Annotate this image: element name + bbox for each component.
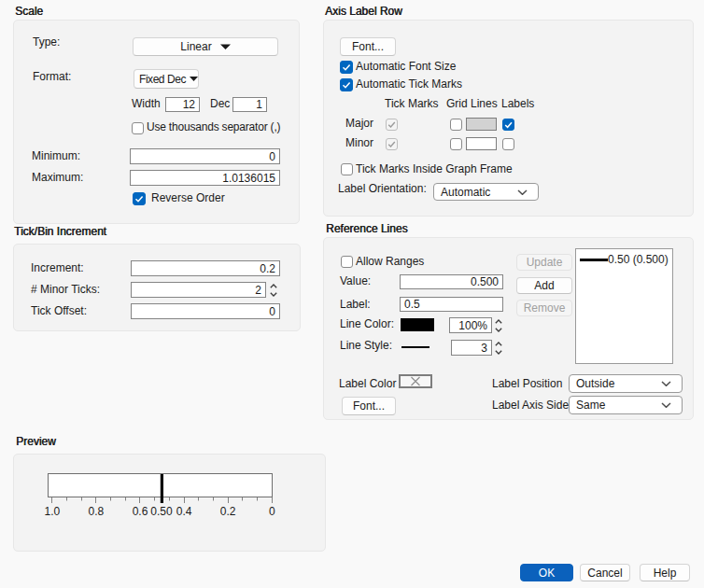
svg-text:0.8: 0.8 (89, 505, 105, 518)
svg-text:0.4: 0.4 (176, 505, 192, 518)
svg-text:1.0: 1.0 (44, 505, 60, 518)
svg-text:0: 0 (269, 505, 275, 518)
svg-text:0.50: 0.50 (150, 505, 173, 518)
svg-text:0.6: 0.6 (133, 505, 148, 518)
svg-text:0.2: 0.2 (220, 505, 236, 518)
